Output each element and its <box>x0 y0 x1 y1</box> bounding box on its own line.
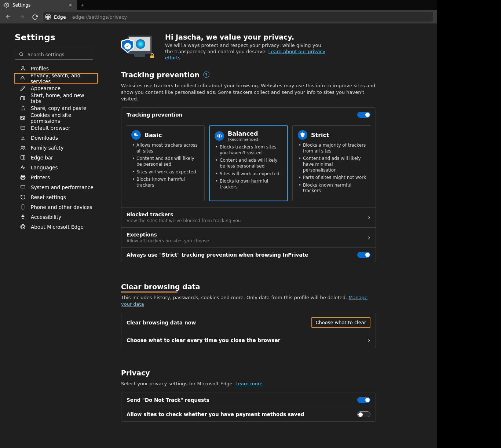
svg-rect-10 <box>21 126 25 129</box>
nav-default-browser[interactable]: Default browser <box>15 123 98 133</box>
nav-about-edge[interactable]: About Microsoft Edge <box>15 222 98 232</box>
nav-label: Phone and other devices <box>31 204 92 210</box>
chevron-right-icon: › <box>368 234 370 241</box>
settings-content: ✓ Hi Jascha, we value your privacy. We w… <box>106 23 437 448</box>
tracking-prevention-row-label: Tracking prevention <box>127 112 182 118</box>
system-icon <box>20 184 26 190</box>
nav-printers[interactable]: Printers <box>15 172 98 182</box>
svg-rect-14 <box>21 178 24 179</box>
svg-point-21 <box>136 135 138 136</box>
nav-appearance[interactable]: Appearance <box>15 83 98 93</box>
tracking-prevention-heading: Tracking prevention ? <box>121 71 376 79</box>
nav-label: Privacy, search, and services <box>30 73 95 84</box>
blocked-trackers-row[interactable]: Blocked trackers View the sites that we'… <box>121 207 376 227</box>
reset-icon <box>20 194 26 200</box>
settings-search-input[interactable]: Search settings <box>15 49 93 60</box>
strict-icon <box>298 130 307 140</box>
nav-start-home-tabs[interactable]: Start, home, and new tabs <box>15 93 98 103</box>
address-bar[interactable]: Edge edge://settings/privacy <box>43 12 434 22</box>
settings-body: Settings Search settings Profiles Privac… <box>0 23 437 448</box>
hero-title: Hi Jascha, we value your privacy. <box>165 33 326 41</box>
edge-bar-icon <box>20 155 26 161</box>
nav-label: Share, copy and paste <box>31 105 86 111</box>
nav-label: Start, home, and new tabs <box>31 92 95 104</box>
info-icon[interactable]: ? <box>203 71 209 78</box>
svg-point-9 <box>23 118 23 118</box>
svg-point-8 <box>23 117 23 118</box>
strict-inprivate-toggle[interactable] <box>357 252 370 258</box>
clear-on-close-row[interactable]: Choose what to clear every time you clos… <box>121 332 376 348</box>
tab-close-button[interactable]: ✕ <box>67 3 73 8</box>
do-not-track-row: Send "Do Not Track" requests <box>121 393 376 407</box>
svg-point-2 <box>19 52 22 55</box>
edge-about-icon <box>20 224 26 230</box>
settings-nav: Profiles Privacy, search, and services A… <box>15 63 98 232</box>
nav-share-copy-paste[interactable]: Share, copy and paste <box>15 103 98 113</box>
nav-cookies-site-permissions[interactable]: Cookies and site permissions <box>15 113 98 123</box>
chevron-right-icon: › <box>368 213 370 221</box>
svg-point-7 <box>21 118 22 118</box>
phone-icon <box>20 204 26 210</box>
svg-point-12 <box>23 146 25 147</box>
svg-rect-15 <box>21 186 25 188</box>
browser-toolbar: Edge edge://settings/privacy <box>0 10 437 23</box>
choose-what-to-clear-button[interactable]: Choose what to clear <box>311 317 370 328</box>
refresh-button[interactable] <box>29 11 40 22</box>
cookies-icon <box>20 115 25 121</box>
payment-methods-check-row: Allow sites to check whether you have pa… <box>121 407 376 421</box>
balanced-icon <box>215 131 224 141</box>
search-icon <box>19 52 24 57</box>
back-button[interactable] <box>3 11 14 22</box>
appearance-icon <box>20 85 26 91</box>
browser-tab-strip: Settings ✕ ＋ <box>0 0 437 10</box>
svg-rect-19 <box>150 56 154 59</box>
nav-label: Cookies and site permissions <box>30 112 95 124</box>
nav-family-safety[interactable]: Family safety <box>15 143 98 153</box>
tracking-prevention-toggle[interactable] <box>357 112 370 118</box>
nav-label: Edge bar <box>31 155 53 161</box>
hero-illustration: ✓ <box>121 35 158 59</box>
nav-downloads[interactable]: Downloads <box>15 133 98 143</box>
printer-icon <box>20 175 26 180</box>
accessibility-icon <box>20 214 26 220</box>
forward-button[interactable] <box>16 11 27 22</box>
settings-sidebar: Settings Search settings Profiles Privac… <box>0 23 106 448</box>
payment-check-toggle[interactable] <box>357 411 370 417</box>
privacy-panel: Send "Do Not Track" requests Allow sites… <box>121 393 376 422</box>
card-title: Basic <box>145 132 162 139</box>
hero-description: We will always protect and respect your … <box>165 43 326 61</box>
svg-point-17 <box>22 215 23 216</box>
nav-languages[interactable]: Languages <box>15 162 98 172</box>
nav-profiles[interactable]: Profiles <box>15 63 98 73</box>
nav-label: System and performance <box>31 184 94 190</box>
basic-icon <box>131 130 141 140</box>
tracking-card-strict[interactable]: Strict Blocks a majority of trackers fro… <box>292 125 371 201</box>
svg-rect-16 <box>22 205 24 209</box>
tracking-prevention-toggle-row: Tracking prevention <box>121 108 376 122</box>
tracking-card-basic[interactable]: Basic Allows most trackers across all si… <box>126 125 205 201</box>
nav-privacy-search-services[interactable]: Privacy, search, and services <box>15 73 98 83</box>
privacy-learn-more-link[interactable]: Learn more <box>235 381 263 386</box>
exceptions-row[interactable]: Exceptions Allow all trackers on sites y… <box>121 227 376 247</box>
nav-edge-bar[interactable]: Edge bar <box>15 153 98 162</box>
default-browser-icon <box>20 125 26 131</box>
nav-phone-other-devices[interactable]: Phone and other devices <box>15 202 98 212</box>
chevron-right-icon: › <box>368 336 370 344</box>
nav-label: Default browser <box>31 125 70 131</box>
nav-label: Appearance <box>31 85 61 91</box>
nav-label: Downloads <box>31 135 58 141</box>
tracking-card-balanced[interactable]: Balanced (Recommended) Blocks trackers f… <box>209 125 288 201</box>
settings-heading: Settings <box>15 33 97 42</box>
nav-label: Languages <box>31 165 58 170</box>
nav-label: Accessibility <box>31 214 61 220</box>
do-not-track-toggle[interactable] <box>357 397 370 403</box>
svg-point-11 <box>21 146 23 147</box>
site-identity[interactable]: Edge <box>45 14 69 20</box>
nav-reset-settings[interactable]: Reset settings <box>15 192 98 202</box>
new-tab-button[interactable]: ＋ <box>77 0 87 10</box>
nav-system-performance[interactable]: System and performance <box>15 182 98 192</box>
clear-data-now-row: Clear browsing data now Choose what to c… <box>121 313 376 332</box>
browser-tab-settings[interactable]: Settings ✕ <box>0 0 77 10</box>
nav-accessibility[interactable]: Accessibility <box>15 212 98 222</box>
tracking-level-cards: Basic Allows most trackers across all si… <box>121 122 376 207</box>
